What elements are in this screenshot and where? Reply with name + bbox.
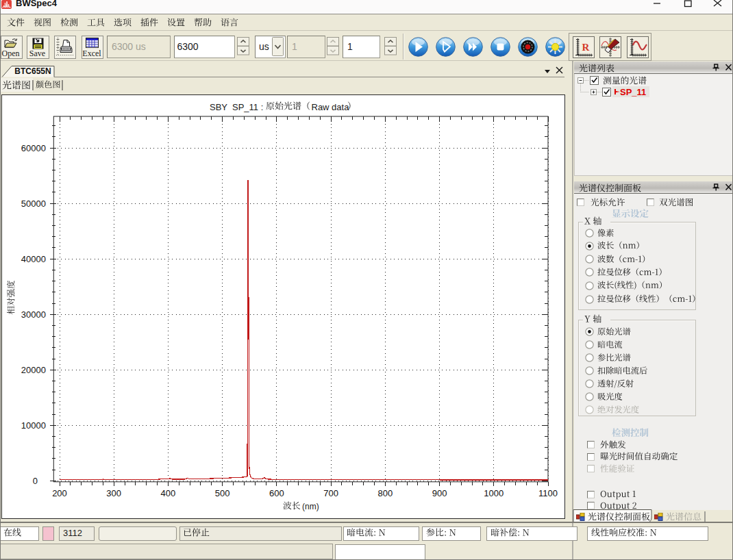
svg-text:300: 300 xyxy=(106,488,121,498)
svg-text:500: 500 xyxy=(215,488,230,498)
svg-text:800: 800 xyxy=(377,488,393,498)
svg-text:0: 0 xyxy=(33,476,38,486)
svg-text:10000: 10000 xyxy=(21,420,46,431)
svg-text:20000: 20000 xyxy=(21,365,46,375)
svg-text:30000: 30000 xyxy=(21,309,46,320)
svg-text:1100: 1100 xyxy=(538,488,558,498)
svg-text:50000: 50000 xyxy=(21,199,46,209)
svg-text:600: 600 xyxy=(269,488,284,498)
svg-text:R: R xyxy=(582,42,590,53)
svg-text:700: 700 xyxy=(323,488,338,498)
svg-text:200: 200 xyxy=(52,488,67,498)
svg-text:40000: 40000 xyxy=(21,254,46,264)
svg-text:400: 400 xyxy=(161,488,176,498)
svg-text:900: 900 xyxy=(432,488,447,498)
svg-text:60000: 60000 xyxy=(21,143,46,153)
svg-text:1000: 1000 xyxy=(484,488,504,498)
